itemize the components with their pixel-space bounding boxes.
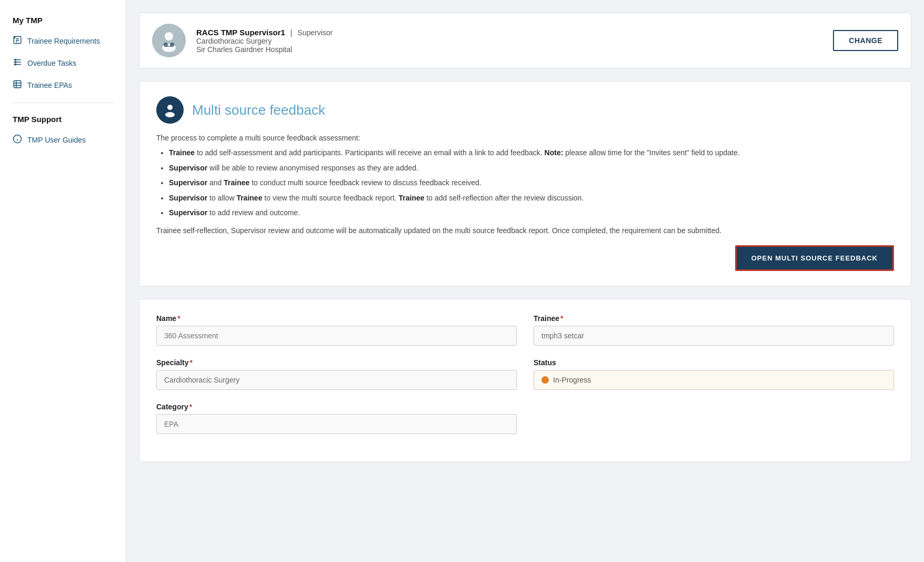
bullet4-bold3: Trainee <box>399 194 425 202</box>
status-display: In-Progress <box>534 370 894 390</box>
trainee-field-group: Trainee* <box>534 314 894 346</box>
supervisor-role: Supervisor <box>297 28 333 37</box>
tmp-support-heading: TMP Support <box>0 109 126 129</box>
card-header: Multi source feedback <box>156 96 894 124</box>
category-label: Category* <box>156 403 517 411</box>
process-list: Trainee to add self-assessment and add p… <box>169 147 894 218</box>
process-item-3: Supervisor and Trainee to conduct multi … <box>169 177 894 188</box>
bullet4-text3: to add self-reflection after the review … <box>425 194 584 202</box>
bullet4-text2: to view the multi source feedback report… <box>262 194 398 202</box>
trainee-label: Trainee* <box>534 314 894 323</box>
multi-source-feedback-card: Multi source feedback The process to com… <box>139 81 911 286</box>
category-input[interactable] <box>156 414 517 434</box>
svg-point-4 <box>14 37 15 38</box>
footer-section: Trainee self-reflection, Supervisor revi… <box>156 225 894 270</box>
supervisor-specialty: Cardiothoracic Surgery <box>196 37 822 45</box>
process-item-1: Trainee to add self-assessment and add p… <box>169 147 894 158</box>
name-field-group: Name* <box>156 314 517 346</box>
bullet5-text: to add review and outcome. <box>207 208 300 217</box>
svg-rect-11 <box>14 81 21 88</box>
bullet4-bold1: Supervisor <box>169 194 207 202</box>
user-guides-icon <box>13 134 22 146</box>
name-input[interactable] <box>156 326 517 346</box>
name-required-star: * <box>177 314 180 323</box>
open-multi-source-feedback-button[interactable]: OPEN MULTI SOURCE FEEDBACK <box>735 245 894 271</box>
trainee-required-star: * <box>560 314 563 323</box>
status-field-group: Status In-Progress <box>534 358 894 390</box>
trainee-epas-label: Trainee EPAs <box>27 81 72 89</box>
svg-point-21 <box>167 105 173 110</box>
role-separator: | <box>290 28 293 37</box>
category-field-group: Category* <box>156 403 517 434</box>
bullet2-bold: Supervisor <box>169 164 207 172</box>
bullet1-bold: Trainee <box>169 148 195 157</box>
bullet2-text: will be able to review anonymised respon… <box>207 164 418 172</box>
process-item-2: Supervisor will be able to review anonym… <box>169 162 894 174</box>
name-label: Name* <box>156 314 517 323</box>
supervisor-name-role: RACS TMP Supervisor1 | Supervisor <box>196 28 822 37</box>
svg-point-16 <box>165 32 173 41</box>
category-required-star: * <box>189 403 192 411</box>
svg-rect-20 <box>167 46 171 47</box>
card-title: Multi source feedback <box>192 102 325 118</box>
main-content: RACS TMP Supervisor1 | Supervisor Cardio… <box>126 0 924 562</box>
process-item-5: Supervisor to add review and outcome. <box>169 207 894 218</box>
change-button[interactable]: CHANGE <box>833 30 898 51</box>
sidebar-divider <box>13 103 113 103</box>
trainee-requirements-label: Trainee Requirements <box>27 37 100 45</box>
my-tmp-heading: My TMP <box>0 11 126 30</box>
bullet3-text1: and <box>207 178 224 187</box>
card-body: The process to complete a multi source f… <box>156 132 894 218</box>
form-section: Name* Trainee* Specialty* Status <box>139 299 911 462</box>
tmp-user-guides-label: TMP User Guides <box>27 136 86 144</box>
bullet4-bold2: Trainee <box>236 194 262 202</box>
supervisor-hospital: Sir Charles Gairdner Hospital <box>196 45 822 54</box>
supervisor-card: RACS TMP Supervisor1 | Supervisor Cardio… <box>139 13 911 68</box>
specialty-field-group: Specialty* <box>156 358 517 390</box>
sidebar-item-tmp-user-guides[interactable]: TMP User Guides <box>0 129 126 151</box>
trainee-epas-icon <box>13 79 22 91</box>
supervisor-info: RACS TMP Supervisor1 | Supervisor Cardio… <box>196 28 822 54</box>
specialty-label: Specialty* <box>156 358 517 367</box>
sidebar-item-trainee-epas[interactable]: Trainee EPAs <box>0 74 126 96</box>
bullet3-bold2: Trainee <box>224 178 249 187</box>
empty-form-group <box>534 403 894 434</box>
overdue-tasks-label: Overdue Tasks <box>27 59 76 67</box>
status-label: Status <box>534 358 894 367</box>
trainee-input[interactable] <box>534 326 894 346</box>
status-dot-icon <box>541 376 549 384</box>
status-value: In-Progress <box>553 376 591 384</box>
sidebar-item-overdue-tasks[interactable]: Overdue Tasks <box>0 52 126 74</box>
sidebar-item-trainee-requirements[interactable]: Trainee Requirements <box>0 30 126 52</box>
bullet1-text: to add self-assessment and add participa… <box>195 148 740 157</box>
form-row-1: Name* Trainee* <box>156 314 894 346</box>
sidebar: My TMP Trainee Requirements Overdue Task… <box>0 0 126 562</box>
specialty-required-star: * <box>189 358 192 367</box>
process-item-4: Supervisor to allow Trainee to view the … <box>169 192 894 204</box>
overdue-tasks-icon <box>13 57 22 69</box>
intro-text: The process to complete a multi source f… <box>156 134 360 142</box>
bullet5-bold: Supervisor <box>169 208 207 217</box>
bullet3-text2: to conduct multi source feedback review … <box>249 178 481 187</box>
form-row-3: Category* <box>156 403 894 434</box>
avatar <box>152 24 186 57</box>
svg-point-22 <box>165 112 175 117</box>
specialty-input[interactable] <box>156 370 517 390</box>
supervisor-name: RACS TMP Supervisor1 <box>196 28 285 37</box>
form-row-2: Specialty* Status In-Progress <box>156 358 894 390</box>
bullet1-note-bold: Note: <box>545 148 564 157</box>
feedback-icon <box>156 96 184 124</box>
bullet3-bold1: Supervisor <box>169 178 207 187</box>
trainee-requirements-icon <box>13 35 22 47</box>
bullet4-text1: to allow <box>207 194 236 202</box>
footer-text: Trainee self-reflection, Supervisor revi… <box>156 225 894 236</box>
